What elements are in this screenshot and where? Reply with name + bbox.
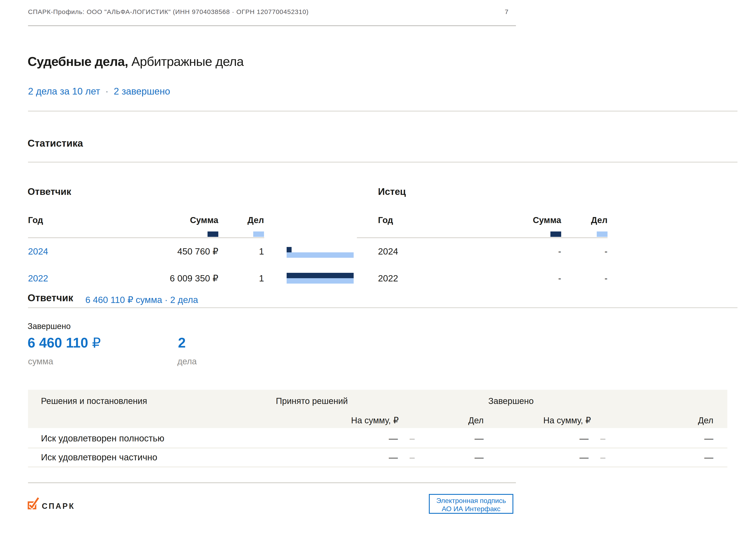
plaintiff-year: 2022 (378, 274, 398, 283)
defendant-heading: Ответчик (28, 187, 71, 197)
page-title-secondary: Арбитражные дела (131, 54, 244, 69)
sum-legend-swatch (207, 232, 218, 237)
plaintiff-sum-value: - (540, 274, 561, 283)
header-divider (28, 25, 516, 26)
accepted-sum-dash: — (355, 434, 398, 443)
accepted-sum-delta-dash: – (393, 434, 415, 443)
cases-bar (286, 278, 354, 284)
plaintiff-col-sum: Сумма (494, 215, 561, 225)
plaintiff-header-rule (357, 237, 608, 238)
row-separator (28, 467, 727, 468)
plaintiff-col-cases: Дел (580, 215, 608, 225)
completed-cases-caption: дела (177, 357, 197, 366)
spark-logo-icon (26, 496, 41, 509)
section-divider-top (28, 111, 738, 112)
plaintiff-heading: Истец (378, 187, 406, 197)
signature-line1: Электронная подпись (430, 496, 512, 505)
completed-sum-delta-dash: – (584, 453, 606, 462)
defendant-sum-value: 6 009 350 ₽ (129, 274, 218, 283)
sum-bar (286, 273, 354, 278)
completed-sum-dash: — (546, 434, 588, 443)
plaintiff-year: 2024 (378, 247, 398, 256)
cases-legend-swatch (253, 232, 264, 237)
sum-legend-swatch (551, 232, 561, 237)
completed-cases-dash: — (681, 453, 713, 462)
row-separator (28, 447, 727, 448)
total-cases-link[interactable]: 2 дела за 10 лет (28, 86, 100, 96)
completed-sum: 6 460 110 ₽ (28, 336, 101, 350)
decisions-group-completed: Завершено (468, 396, 554, 406)
report-page: СПАРК-Профиль: ООО "АЛЬФА-ЛОГИСТИК" (ИНН… (0, 0, 756, 534)
completed-cases-value: 2 (178, 336, 186, 350)
accepted-sum-col: На сумму, ₽ (334, 416, 399, 425)
plaintiff-cases-value: - (586, 274, 608, 283)
defendant-sum-value: 450 760 ₽ (129, 247, 218, 256)
sum-bar (286, 247, 292, 252)
page-title: Судебные дела, Арбитражные дела (28, 55, 244, 68)
completed-label: Завершено (28, 322, 71, 331)
page-number: 7 (491, 8, 509, 15)
statistics-heading: Статистика (28, 138, 83, 149)
decisions-group-accepted: Принято решений (269, 396, 355, 406)
statistics-divider (28, 162, 738, 163)
document-header-line: СПАРК-Профиль: ООО "АЛЬФА-ЛОГИСТИК" (ИНН… (28, 8, 309, 15)
defendant-cases-value: 1 (242, 274, 264, 283)
defendant-col-sum: Сумма (151, 215, 218, 225)
page-title-primary: Судебные дела, (28, 54, 128, 69)
completed-sum-caption: сумма (28, 357, 53, 366)
defendant-total-heading: Ответчик (28, 292, 73, 303)
cases-legend-swatch (597, 232, 608, 237)
signature-line2: АО ИА Интерфакс (430, 505, 512, 513)
defendant-total-link[interactable]: 6 460 110 ₽ сумма · 2 дела (85, 295, 198, 305)
completed-sum-dash: — (546, 453, 588, 462)
accepted-sum-dash: — (355, 453, 398, 462)
completed-sum-col: На сумму, ₽ (526, 416, 591, 425)
defendant-header-rule (28, 237, 264, 238)
plaintiff-cases-value: - (586, 247, 608, 256)
plaintiff-col-year: Год (378, 215, 393, 225)
totals-divider (28, 307, 738, 308)
cases-summary: 2 дела за 10 лет · 2 завершено (28, 86, 170, 96)
finished-cases-link[interactable]: 2 завершено (114, 86, 170, 96)
decision-row-label: Иск удовлетворен полностью (41, 434, 164, 443)
plaintiff-sum-value: - (540, 247, 561, 256)
signature-button[interactable]: Электронная подпись АО ИА Интерфакс (429, 494, 513, 514)
footer-divider (28, 482, 516, 483)
defendant-col-cases: Дел (237, 215, 264, 225)
accepted-sum-delta-dash: – (393, 453, 415, 462)
completed-cases-dash: — (681, 434, 713, 443)
completed-sum-value: 6 460 110 (28, 335, 88, 350)
accepted-cases-dash: — (451, 453, 484, 462)
accepted-cases-col: Дел (462, 416, 484, 425)
spark-logo-text: СПАРК (42, 502, 75, 511)
defendant-cases-value: 1 (242, 247, 264, 256)
decisions-col-label: Решения и постановления (41, 396, 147, 406)
defendant-year-link[interactable]: 2024 (28, 247, 48, 256)
decision-row-label: Иск удовлетворен частично (41, 453, 157, 462)
defendant-col-year: Год (28, 215, 43, 225)
dot-separator: · (105, 86, 109, 96)
defendant-year-link[interactable]: 2022 (28, 274, 48, 283)
ruble-sign: ₽ (92, 335, 101, 350)
accepted-cases-dash: — (451, 434, 484, 443)
completed-sum-delta-dash: – (584, 434, 606, 443)
completed-cases-col: Дел (692, 416, 713, 425)
cases-bar (286, 252, 354, 258)
